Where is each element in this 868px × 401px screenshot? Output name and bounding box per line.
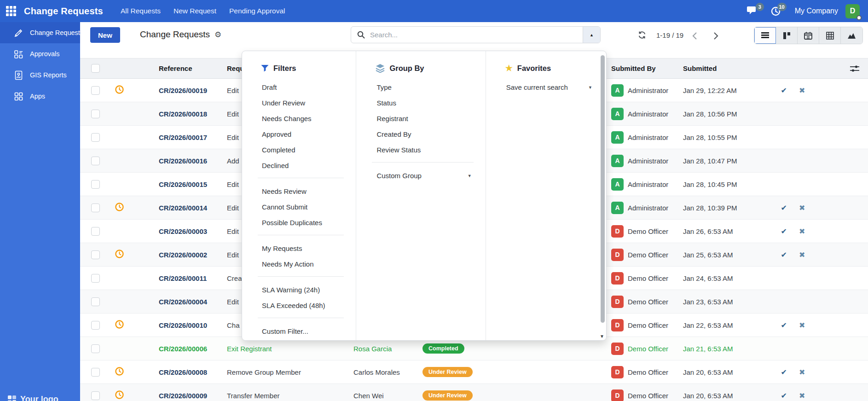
search-dropdown-toggle[interactable]: ▲ xyxy=(583,27,600,43)
row-checkbox[interactable] xyxy=(91,227,100,236)
group-by-item-created-by[interactable]: Created By xyxy=(356,127,485,142)
decline-x-icon[interactable]: ✖ xyxy=(799,86,805,95)
row-reference[interactable]: CR/2026/00016 xyxy=(158,149,226,173)
row-reference[interactable]: CR/2026/00018 xyxy=(158,102,226,126)
apps-menu-icon[interactable] xyxy=(6,6,16,16)
row-reference[interactable]: CR/2026/00002 xyxy=(158,243,226,267)
activity-clock-icon[interactable] xyxy=(115,203,124,211)
submitted-by-column-header[interactable]: Submitted By xyxy=(611,58,683,79)
row-reference[interactable]: CR/2026/00006 xyxy=(158,337,226,360)
row-reference[interactable]: CR/2026/00008 xyxy=(158,360,226,384)
row-checkbox[interactable] xyxy=(91,86,100,95)
filter-item-completed[interactable]: Completed xyxy=(242,142,356,158)
sidebar-item-gis-reports[interactable]: GIS Reports xyxy=(0,64,80,86)
filter-item-needs-changes[interactable]: Needs Changes xyxy=(242,111,356,127)
decline-x-icon[interactable]: ✖ xyxy=(799,227,805,236)
submitted-column-header[interactable]: Submitted xyxy=(683,58,765,79)
table-row[interactable]: CR/2026/00009 Transfer Member Chen Wei U… xyxy=(80,384,868,401)
row-reference[interactable]: CR/2026/00011 xyxy=(158,267,226,290)
approve-check-icon[interactable]: ✔ xyxy=(781,321,787,330)
sidebar-item-apps[interactable]: Apps xyxy=(0,86,80,107)
filter-item-under-review[interactable]: Under Review xyxy=(242,95,356,111)
row-reference[interactable]: CR/2026/00010 xyxy=(158,314,226,337)
search-input[interactable] xyxy=(369,30,583,39)
decline-x-icon[interactable]: ✖ xyxy=(799,250,805,259)
group-by-item-type[interactable]: Type xyxy=(356,80,485,95)
pager-previous-icon[interactable] xyxy=(689,29,700,42)
decline-x-icon[interactable]: ✖ xyxy=(799,368,805,377)
row-checkbox[interactable] xyxy=(91,250,100,259)
column-settings-icon[interactable] xyxy=(850,65,859,74)
approve-check-icon[interactable]: ✔ xyxy=(781,203,787,212)
new-button[interactable]: New xyxy=(90,27,120,43)
group-by-item-registrant[interactable]: Registrant xyxy=(356,111,485,127)
row-checkbox[interactable] xyxy=(91,203,100,212)
row-checkbox[interactable] xyxy=(91,180,100,189)
filter-item-sla-warning-24h[interactable]: SLA Warning (24h) xyxy=(242,282,356,298)
activities-icon[interactable]: 10 xyxy=(770,6,781,17)
approve-check-icon[interactable]: ✔ xyxy=(781,86,787,95)
topnav-new-request[interactable]: New Request xyxy=(167,0,223,22)
sidebar-item-change-requests[interactable]: Change Requests xyxy=(0,22,80,43)
filter-item-needs-review[interactable]: Needs Review xyxy=(242,184,356,199)
row-reference[interactable]: CR/2026/00003 xyxy=(158,220,226,243)
filter-item-declined[interactable]: Declined xyxy=(242,158,356,174)
row-checkbox[interactable] xyxy=(91,321,100,330)
approve-check-icon[interactable]: ✔ xyxy=(781,250,787,259)
filter-item-custom-filter[interactable]: Custom Filter... xyxy=(242,324,356,339)
filter-item-needs-my-action[interactable]: Needs My Action xyxy=(242,256,356,272)
row-checkbox[interactable] xyxy=(91,110,100,118)
view-list-button[interactable] xyxy=(754,27,776,44)
messages-icon[interactable]: 3 xyxy=(747,6,758,16)
view-calendar-button[interactable] xyxy=(798,27,819,44)
approve-check-icon[interactable]: ✔ xyxy=(781,391,787,400)
row-checkbox[interactable] xyxy=(91,274,100,283)
reference-column-header[interactable]: Reference xyxy=(158,58,226,79)
decline-x-icon[interactable]: ✖ xyxy=(799,391,805,400)
row-checkbox[interactable] xyxy=(91,391,100,400)
activity-clock-icon[interactable] xyxy=(115,250,124,258)
activity-column-header[interactable] xyxy=(109,58,158,79)
filter-item-approved[interactable]: Approved xyxy=(242,127,356,142)
approve-check-icon[interactable]: ✔ xyxy=(781,227,787,236)
row-checkbox[interactable] xyxy=(91,344,100,353)
view-pivot-button[interactable] xyxy=(819,27,841,44)
custom-group-menu-item[interactable]: Custom Group ▼ xyxy=(356,168,485,184)
app-title[interactable]: Change Requests xyxy=(24,6,103,17)
decline-x-icon[interactable]: ✖ xyxy=(799,203,805,212)
refresh-icon[interactable] xyxy=(638,31,646,41)
row-checkbox[interactable] xyxy=(91,157,100,165)
gear-icon[interactable]: ⚙ xyxy=(214,30,221,40)
view-kanban-button[interactable] xyxy=(776,27,798,44)
row-reference[interactable]: CR/2026/00019 xyxy=(158,79,226,102)
row-checkbox[interactable] xyxy=(91,368,100,377)
row-reference[interactable]: CR/2026/00015 xyxy=(158,173,226,196)
user-avatar[interactable]: D xyxy=(845,4,860,18)
view-graph-button[interactable] xyxy=(841,27,862,44)
row-checkbox[interactable] xyxy=(91,133,100,142)
row-reference[interactable]: CR/2026/00017 xyxy=(158,126,226,149)
filter-item-possible-duplicates[interactable]: Possible Duplicates xyxy=(242,215,356,231)
select-all-checkbox[interactable] xyxy=(91,64,100,73)
group-by-item-review-status[interactable]: Review Status xyxy=(356,142,485,158)
decline-x-icon[interactable]: ✖ xyxy=(799,321,805,330)
approve-check-icon[interactable]: ✔ xyxy=(781,368,787,377)
table-row[interactable]: CR/2026/00008 Remove Group Member Carlos… xyxy=(80,360,868,384)
topnav-pending-approval[interactable]: Pending Approval xyxy=(223,0,292,22)
dropdown-scrollbar[interactable] xyxy=(601,54,605,330)
company-switcher[interactable]: My Company xyxy=(795,7,838,15)
filter-item-sla-exceeded-48h[interactable]: SLA Exceeded (48h) xyxy=(242,298,356,314)
row-checkbox[interactable] xyxy=(91,297,100,306)
save-current-search-item[interactable]: Save current search ▼ xyxy=(486,80,606,95)
scroll-down-arrow-icon[interactable]: ▼ xyxy=(600,334,604,339)
row-reference[interactable]: CR/2026/00004 xyxy=(158,290,226,314)
activity-clock-icon[interactable] xyxy=(115,320,124,329)
activity-clock-icon[interactable] xyxy=(115,367,124,376)
topnav-all-requests[interactable]: All Requests xyxy=(114,0,167,22)
activity-clock-icon[interactable] xyxy=(115,85,124,94)
activity-clock-icon[interactable] xyxy=(115,390,124,399)
group-by-item-status[interactable]: Status xyxy=(356,95,485,111)
filter-item-my-requests[interactable]: My Requests xyxy=(242,241,356,256)
row-reference[interactable]: CR/2026/00014 xyxy=(158,196,226,220)
sidebar-item-approvals[interactable]: Approvals xyxy=(0,43,80,64)
